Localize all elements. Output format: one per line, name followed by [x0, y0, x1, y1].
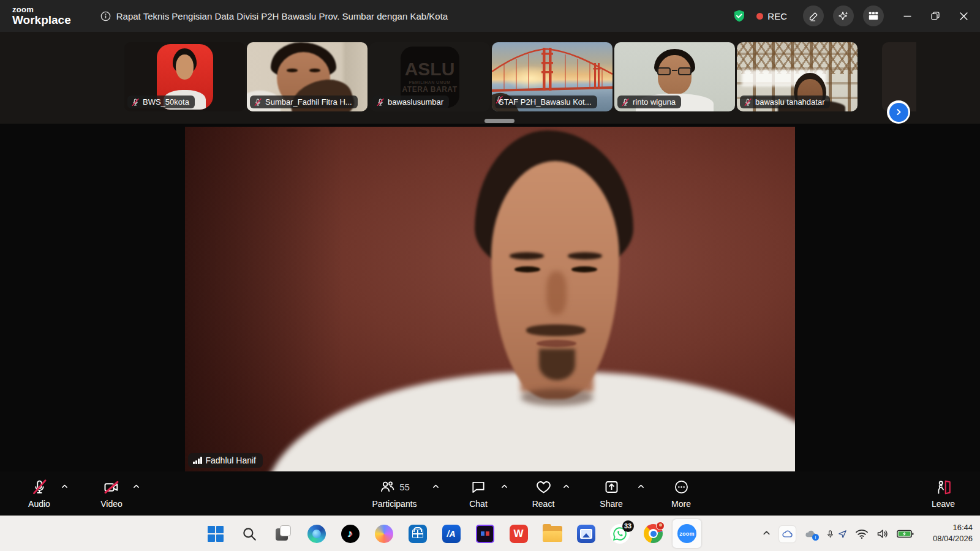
mic-muted-icon — [744, 98, 752, 107]
tiktok-icon[interactable]: ♪ — [336, 519, 364, 548]
meeting-info-icon[interactable] — [100, 11, 111, 21]
chat-options-chevron[interactable] — [498, 480, 510, 492]
file-explorer-icon[interactable] — [538, 519, 567, 548]
audio-options-chevron[interactable] — [58, 480, 70, 492]
participant-nametag: bawaslusumbar — [372, 96, 449, 108]
purple-app-icon[interactable] — [470, 519, 499, 548]
video-tile-bawaslu-tanahdatar[interactable]: bawaslu tanahdatar — [737, 42, 858, 111]
share-button[interactable]: Share — [590, 471, 632, 515]
annotate-pencil-button[interactable] — [803, 6, 824, 26]
rec-dot-icon — [756, 13, 763, 20]
audio-button[interactable]: Audio — [18, 471, 60, 515]
video-tile-sumbar-fadhil[interactable]: Sumbar_Fadhil Fitra H... — [247, 42, 368, 111]
windows-taskbar: ♪ /A W 33 — [0, 515, 980, 551]
tray-hidden-icons-chevron[interactable] — [762, 528, 771, 540]
leave-door-icon — [935, 479, 952, 496]
mic-muted-icon — [31, 479, 48, 496]
location-in-use-icon[interactable] — [838, 530, 847, 539]
chat-icon — [470, 479, 486, 496]
video-tile-bws-50kota[interactable]: BWS_50kota — [124, 42, 245, 111]
brand-bottom: Workplace — [12, 14, 71, 26]
leave-button[interactable]: Leave — [922, 471, 965, 515]
participant-name: bawaslu tanahdatar — [755, 97, 824, 107]
participants-button[interactable]: 55 Participants — [359, 471, 430, 515]
active-speaker-nameplate: Fadhlul Hanif — [188, 453, 263, 468]
chevron-right-icon — [889, 103, 908, 122]
recording-indicator[interactable]: REC — [756, 11, 787, 21]
share-screen-icon — [603, 479, 620, 496]
video-tile-staf-p2h[interactable]: STAF P2H_Bawaslu Kot... — [492, 42, 612, 111]
next-page-button[interactable] — [887, 100, 910, 124]
chat-button[interactable]: Chat — [459, 471, 498, 515]
participants-count: 55 — [399, 482, 410, 492]
active-speaker-name: Fadhlul Hanif — [206, 455, 257, 465]
weather-cloud-icon[interactable]: i — [804, 527, 818, 541]
rec-label: REC — [767, 11, 787, 21]
filmstrip-drag-handle[interactable] — [484, 119, 514, 123]
meeting-title: Rapat Teknis Pengisian Data Divisi P2H B… — [116, 11, 448, 21]
task-view-icon[interactable] — [268, 519, 297, 548]
signal-bars-icon — [193, 457, 202, 464]
edge-browser-icon[interactable] — [302, 519, 331, 548]
video-filmstrip: BWS_50kota Sumbar_Fadhil Fitra H... ASLU… — [0, 32, 980, 124]
whatsapp-unread-badge: 33 — [622, 520, 634, 532]
volume-icon[interactable] — [876, 528, 889, 539]
ai-companion-button[interactable] — [833, 6, 854, 26]
mic-muted-icon — [376, 98, 385, 107]
video-options-chevron[interactable] — [130, 480, 142, 492]
app-a-icon[interactable]: /A — [437, 519, 466, 548]
participant-nametag: rinto wiguna — [617, 96, 681, 108]
participant-nametag: Sumbar_Fadhil Fitra H... — [250, 96, 358, 108]
wps-office-icon[interactable]: W — [504, 519, 533, 548]
mic-muted-icon — [621, 98, 630, 107]
main-stage: Fadhlul Hanif — [0, 124, 980, 471]
clock-time: 16:44 — [933, 522, 973, 534]
mic-in-use-icon[interactable] — [826, 529, 835, 539]
participant-name: bawaslusumbar — [388, 97, 443, 107]
close-button[interactable] — [949, 0, 978, 32]
more-button[interactable]: More — [662, 471, 701, 515]
mic-muted-icon — [131, 98, 140, 107]
participant-nametag: bawaslu tanahdatar — [740, 96, 830, 108]
minimize-button[interactable] — [893, 0, 921, 32]
share-options-chevron[interactable] — [635, 480, 647, 492]
chrome-profile-avatar — [656, 522, 665, 530]
apps-button[interactable] — [863, 6, 884, 26]
wifi-icon[interactable] — [855, 528, 869, 539]
zoom-app-icon[interactable]: zoom — [673, 519, 701, 548]
microsoft-store-icon[interactable] — [403, 519, 432, 548]
participant-nametag: BWS_50kota — [127, 96, 195, 108]
participant-name: STAF P2H_Bawaslu Kot... — [499, 97, 592, 107]
video-tile-bawaslusumbar[interactable]: ASLU PEMILIHAN UMUM ATERA BARAT bawaslus… — [369, 42, 490, 111]
windows-logo-icon — [208, 526, 224, 542]
copilot-icon[interactable] — [369, 519, 398, 548]
participant-nametag: STAF P2H_Bawaslu Kot... — [495, 96, 597, 108]
mic-muted-icon — [254, 98, 262, 107]
whatsapp-icon[interactable]: 33 — [605, 519, 634, 548]
photos-scanner-app-icon[interactable] — [571, 519, 600, 548]
zoom-workplace-logo: zoom Workplace — [12, 6, 71, 26]
meeting-toolbar: Audio Video 55 Participants Chat — [0, 471, 980, 515]
participants-options-chevron[interactable] — [429, 480, 442, 492]
participant-name: Sumbar_Fadhil Fitra H... — [265, 97, 352, 107]
info-badge-icon: i — [812, 534, 819, 541]
mic-muted-icon — [495, 96, 503, 104]
video-button[interactable]: Video — [91, 471, 132, 515]
battery-charging-icon[interactable] — [897, 529, 914, 539]
brand-top: zoom — [12, 6, 71, 14]
onedrive-cloud-icon[interactable] — [779, 526, 796, 542]
start-button[interactable] — [201, 519, 230, 548]
title-bar: zoom Workplace Rapat Teknis Pengisian Da… — [0, 0, 980, 32]
restore-button[interactable] — [921, 0, 949, 32]
react-options-chevron[interactable] — [560, 480, 572, 492]
react-button[interactable]: React — [522, 471, 564, 515]
security-shield-icon[interactable] — [732, 9, 747, 23]
clock-date: 08/04/2026 — [933, 534, 973, 545]
video-tile-rinto-wiguna[interactable]: rinto wiguna — [614, 42, 735, 111]
taskbar-clock[interactable]: 16:44 08/04/2026 — [933, 522, 973, 545]
taskbar-search-icon[interactable] — [235, 519, 263, 548]
zoom-meeting-window: zoom Workplace Rapat Teknis Pengisian Da… — [0, 0, 980, 551]
camera-muted-icon — [103, 479, 120, 496]
chrome-icon[interactable] — [639, 519, 668, 548]
more-ellipsis-icon — [673, 479, 690, 496]
